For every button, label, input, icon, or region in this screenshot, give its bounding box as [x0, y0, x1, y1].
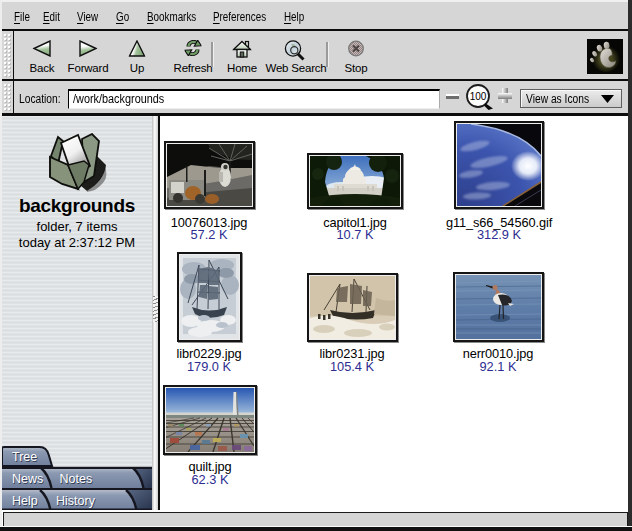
svg-text:Help: Help	[12, 494, 38, 508]
svg-text:Notes: Notes	[60, 472, 93, 486]
svg-text:Tree: Tree	[12, 450, 37, 464]
svg-text:History: History	[56, 494, 96, 508]
svg-text:News: News	[12, 472, 43, 486]
svg-text:100: 100	[470, 91, 487, 102]
